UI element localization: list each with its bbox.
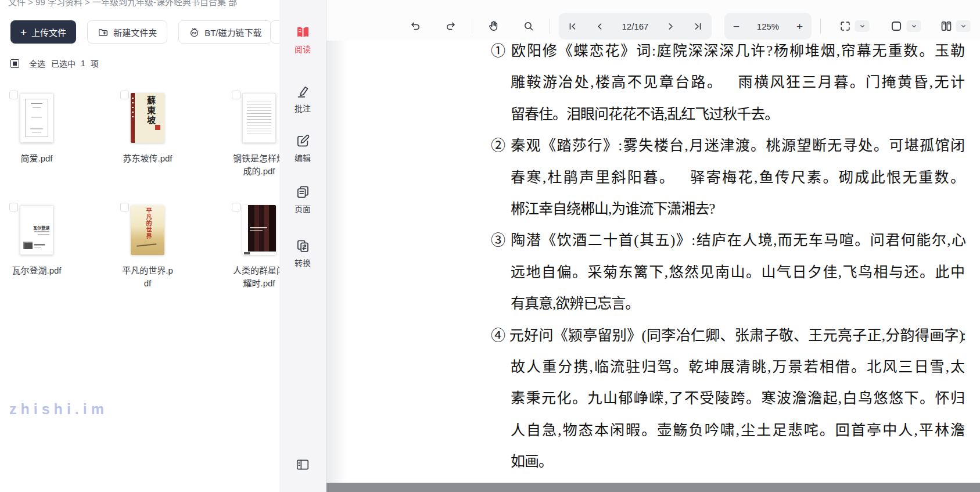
undo-icon — [409, 20, 422, 33]
watermark: zhishi.im — [9, 401, 108, 418]
file-cover-walden[interactable]: 瓦尔登湖 — [20, 205, 53, 255]
cover-text-decor — [250, 227, 270, 232]
sidebar-item-read[interactable]: 阅读 — [279, 24, 326, 55]
file-item[interactable]: 瓦尔登湖 瓦尔登湖.pdf — [0, 203, 77, 277]
document-line: 远地自偏。采菊东篱下,悠然见南山。山气日夕佳,飞鸟相与还。此中 — [491, 257, 964, 288]
prev-page-button[interactable] — [595, 21, 605, 31]
page-layout-dropdown[interactable] — [956, 20, 971, 32]
hand-tool-button[interactable] — [487, 19, 501, 33]
document-line: ④ 元好问《颍亭留别》(同李冶仁卿、张肃子敬、王元亮子正,分韵得画字): — [491, 320, 964, 351]
file-checkbox[interactable] — [120, 91, 129, 99]
cover-text-decor — [247, 99, 271, 135]
search-icon — [522, 20, 536, 33]
file-cover-sudongpo[interactable]: 蘇東坡 — [131, 93, 164, 143]
breadcrumb[interactable]: 文件 > 99 学习资料 > 一年级到九年级-课外经典书目合集 部 — [8, 0, 237, 8]
zoom-out-button[interactable]: − — [733, 21, 740, 32]
partial-button[interactable] — [270, 20, 279, 44]
file-item[interactable]: 蘇東坡 苏东坡传.pdf — [107, 91, 188, 165]
zoom-in-button[interactable]: + — [796, 21, 803, 32]
document-line: 如画。 — [491, 446, 964, 477]
cover-text-decor — [30, 128, 43, 134]
convert-icon — [295, 238, 311, 254]
file-item[interactable]: 钢铁是怎样炼 成的.pdf — [218, 91, 279, 178]
file-checkbox[interactable] — [120, 203, 129, 211]
plus-icon: + — [20, 27, 27, 38]
action-button-row: + 上传文件 新建文件夹 BT — [10, 20, 272, 44]
select-all-checkbox[interactable] — [10, 59, 19, 68]
cover-photo-decor — [23, 242, 33, 249]
document-line: 雕鞍游冶处,楼高不见章台路。 雨横风狂三月暮。门掩黄昏,无计 — [491, 67, 964, 98]
fit-page-button[interactable] — [889, 19, 903, 33]
pdf-toolbar: 12/167 − 125% + — [326, 0, 980, 41]
cover-text-decor — [30, 103, 43, 120]
sidebar-item-convert[interactable]: 转换 — [279, 238, 326, 268]
fit-page-dropdown[interactable] — [907, 20, 921, 32]
file-name: 苏东坡传.pdf — [107, 152, 188, 165]
last-page-button[interactable] — [693, 21, 703, 31]
sidebar-item-page[interactable]: 页面 — [279, 184, 326, 214]
search-button[interactable] — [522, 20, 536, 33]
file-cover-ordinary-world[interactable]: 平凡的世界 — [131, 205, 164, 255]
redo-button[interactable] — [444, 20, 458, 33]
cover-text-decor — [34, 231, 49, 237]
file-item[interactable]: 平凡的世界 平凡的世界.p df — [107, 203, 188, 290]
zoom-level[interactable]: 125% — [757, 21, 779, 31]
redo-icon — [444, 20, 458, 33]
upload-file-button[interactable]: + 上传文件 — [10, 20, 76, 44]
toolbar-divider — [820, 19, 821, 34]
sidebar-item-edit[interactable]: 编辑 — [279, 133, 326, 163]
sidebar-item-label: 页面 — [295, 203, 311, 214]
undo-button[interactable] — [409, 20, 422, 33]
document-page: ① 欧阳修《蝶恋花》词:庭院深深深几许?杨柳堆烟,帘幕无重数。玉勒 雕鞍游冶处,… — [491, 35, 964, 477]
fullscreen-button[interactable] — [839, 20, 852, 33]
new-folder-button[interactable]: 新建文件夹 — [87, 20, 167, 44]
select-all-label[interactable]: 全选 — [29, 58, 45, 69]
file-checkbox[interactable] — [232, 91, 240, 99]
document-line: ② 秦观《踏莎行》:雾失楼台,月迷津渡。桃源望断无寻处。可堪孤馆闭 — [491, 130, 964, 161]
fullscreen-dropdown[interactable] — [855, 20, 870, 32]
last-page-icon — [693, 21, 703, 31]
selected-prefix-label: 已选中 — [51, 58, 76, 69]
cover-title-text: 蘇東坡 — [145, 96, 157, 125]
document-line: 留春住。泪眼问花花不语,乱红飞过秋千去。 — [491, 99, 964, 130]
file-checkbox[interactable] — [9, 91, 18, 99]
fullscreen-icon — [839, 20, 852, 33]
cover-logo-decor — [244, 252, 250, 254]
bt-circle-icon: BT — [189, 27, 200, 38]
file-name: 耀时.pdf — [218, 277, 279, 290]
chevron-down-icon — [910, 23, 917, 30]
fit-page-icon — [889, 19, 903, 33]
document-line: 有真意,欲辨已忘言。 — [491, 288, 964, 319]
file-item[interactable]: 简爱.pdf — [0, 91, 77, 165]
file-checkbox[interactable] — [232, 203, 240, 211]
bt-icon-text: BT — [192, 30, 197, 34]
zoom-control: − 125% + — [724, 13, 812, 39]
next-page-button[interactable] — [666, 21, 676, 31]
document-line: ③ 陶潜《饮酒二十首(其五)》:结庐在人境,而无车马喧。问君何能尔,心 — [491, 225, 964, 256]
file-item[interactable]: 人类的群星闪 耀时.pdf — [218, 203, 279, 290]
chevron-down-icon — [859, 23, 866, 30]
first-page-icon — [568, 21, 577, 31]
page-edge-shadow — [326, 41, 347, 483]
sidebar-item-label: 阅读 — [295, 43, 311, 55]
first-page-button[interactable] — [568, 21, 577, 31]
app-root: 文件 > 99 学习资料 > 一年级到九年级-课外经典书目合集 部 + 上传文件… — [0, 0, 980, 492]
sidebar-item-annotate[interactable]: 批注 — [279, 84, 326, 114]
file-name: 简爱.pdf — [0, 152, 77, 165]
page-indicator[interactable]: 12/167 — [622, 21, 649, 31]
upload-file-label: 上传文件 — [31, 26, 66, 38]
page-layout-button[interactable] — [939, 19, 953, 33]
panel-toggle-button[interactable] — [295, 457, 310, 472]
document-line: 人自急,物态本闲暇。壶觞负吟啸,尘土足悲咤。回首亭中人,平林澹 — [491, 415, 964, 446]
pdf-viewer: 12/167 − 125% + — [326, 0, 980, 492]
file-cover-jane-eyre[interactable] — [20, 93, 53, 143]
file-panel: 文件 > 99 学习资料 > 一年级到九年级-课外经典书目合集 部 + 上传文件… — [0, 0, 279, 492]
sidebar-panel-icon — [295, 457, 310, 472]
bt-magnet-download-button[interactable]: BT BT/磁力链下载 — [178, 20, 272, 44]
file-checkbox[interactable] — [9, 203, 18, 211]
sidebar-item-label: 批注 — [295, 102, 311, 114]
file-cover-steel[interactable] — [242, 93, 276, 143]
file-cover-stellar-moments[interactable] — [242, 205, 276, 255]
file-name: 成的.pdf — [218, 165, 279, 178]
chevron-left-icon — [595, 21, 605, 31]
